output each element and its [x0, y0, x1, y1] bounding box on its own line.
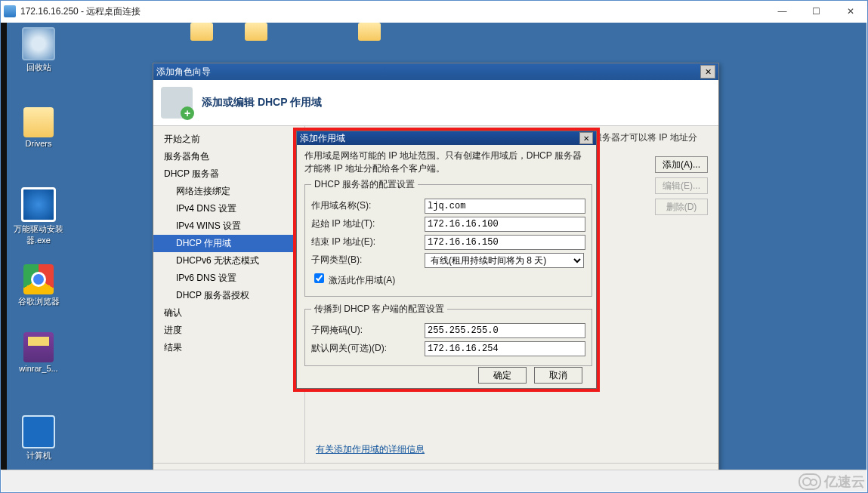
nav-dhcp-scope[interactable]: DHCP 作用域 [153, 235, 304, 252]
winrar-icon [23, 332, 54, 362]
activate-scope-checkbox[interactable] [314, 273, 324, 283]
desktop-icon-winrar[interactable]: winrar_5... [12, 332, 65, 373]
add-scope-button[interactable]: 添加(A)... [655, 156, 708, 173]
rdp-icon [4, 5, 16, 17]
nav-confirm[interactable]: 确认 [153, 304, 304, 322]
ok-button[interactable]: 确定 [478, 367, 527, 384]
icon-label: Drivers [12, 139, 65, 148]
icon-label: 谷歌浏览器 [12, 296, 65, 307]
subnet-mask-label: 子网掩码(U): [311, 324, 425, 337]
dialog-title-text: 添加作用域 [300, 132, 345, 145]
start-ip-label: 起始 IP 地址(T): [311, 217, 425, 230]
nav-ipv4-dns[interactable]: IPv4 DNS 设置 [153, 200, 304, 217]
icon-label: winrar_5... [12, 364, 65, 373]
folder-icon [23, 107, 54, 137]
scope-name-label: 作用域名称(S): [311, 199, 425, 212]
edit-scope-button: 编辑(E)... [655, 177, 708, 194]
close-button[interactable]: ✕ [833, 1, 867, 22]
wizard-header: 添加或编辑 DHCP 作用域 [153, 80, 718, 126]
computer-icon [22, 415, 55, 448]
desktop-icon-computer[interactable]: 计算机 [12, 415, 65, 461]
nav-before-you-begin[interactable]: 开始之前 [153, 131, 304, 148]
nav-dhcp-auth[interactable]: DHCP 服务器授权 [153, 287, 304, 304]
wizard-heading: 添加或编辑 DHCP 作用域 [202, 96, 322, 109]
icon-label: 万能驱动安装器.exe [12, 223, 65, 246]
subnet-type-label: 子网类型(B): [311, 254, 425, 267]
dialog-body: 作用域是网络可能的 IP 地址范围。只有创建作用域后，DHCP 服务器才能将 I… [297, 145, 596, 375]
nav-ipv6-dns[interactable]: IPv6 DNS 设置 [153, 270, 304, 287]
subnet-mask-input[interactable] [425, 323, 585, 338]
delete-scope-button: 删除(D) [655, 199, 708, 215]
client-config-legend: 传播到 DHCP 客户端的配置设置 [311, 303, 447, 316]
scope-side-buttons: 添加(A)... 编辑(E)... 删除(D) [655, 156, 708, 220]
server-config-legend: DHCP 服务器的配置设置 [311, 178, 418, 191]
wizard-close-button[interactable]: ✕ [700, 65, 715, 79]
client-config-group: 传播到 DHCP 客户端的配置设置 子网掩码(U): 默认网关(可选)(D): [304, 303, 592, 366]
activate-scope-text: 激活此作用域(A) [329, 275, 395, 285]
rdp-window: 172.16.16.250 - 远程桌面连接 — ☐ ✕ 回收站 Drivers… [0, 0, 868, 493]
wizard-footer: < 上一步(P) 下一步(N) > 安装(I) 取消 [153, 463, 718, 470]
icon-label: 计算机 [12, 450, 65, 461]
rdp-titlebar[interactable]: 172.16.16.250 - 远程桌面连接 — ☐ ✕ [1, 1, 867, 22]
desktop-icon-chrome[interactable]: 谷歌浏览器 [12, 264, 65, 307]
activate-scope-checkbox-label[interactable]: 激活此作用域(A) [311, 275, 395, 285]
nav-ipv4-wins[interactable]: IPv4 WINS 设置 [153, 217, 304, 235]
desktop-icon-driver-installer[interactable]: 万能驱动安装器.exe [12, 187, 65, 246]
scope-name-input[interactable] [425, 199, 585, 214]
nav-server-roles[interactable]: 服务器角色 [153, 148, 304, 165]
end-ip-label: 结束 IP 地址(E): [311, 236, 425, 248]
tray-folder-2[interactable] [245, 23, 272, 44]
folder-icon [190, 23, 213, 41]
wizard-title-text: 添加角色向导 [156, 66, 211, 79]
nav-result[interactable]: 结果 [153, 339, 304, 356]
recycle-bin-icon [22, 27, 55, 60]
wizard-header-icon [161, 87, 193, 119]
wizard-titlebar[interactable]: 添加角色向导 ✕ [153, 63, 718, 80]
dialog-cancel-button[interactable]: 取消 [534, 367, 582, 384]
desktop-icon-recycle-bin[interactable]: 回收站 [12, 27, 65, 73]
end-ip-input[interactable] [425, 235, 585, 250]
icon-label: 回收站 [12, 62, 65, 73]
chrome-icon [23, 264, 54, 294]
installer-icon [21, 187, 56, 222]
tray-folder-3[interactable] [358, 23, 385, 44]
dialog-titlebar[interactable]: 添加作用域 ✕ [297, 131, 596, 145]
start-ip-input[interactable] [425, 217, 585, 232]
nav-network-binding[interactable]: 网络连接绑定 [153, 183, 304, 200]
tray-folder-1[interactable] [190, 23, 218, 44]
minimize-button[interactable]: — [765, 1, 799, 22]
dialog-footer: 确定 取消 [297, 367, 596, 384]
nav-dhcp-server[interactable]: DHCP 服务器 [153, 165, 304, 183]
nav-dhcpv6[interactable]: DHCPv6 无状态模式 [153, 252, 304, 270]
dialog-intro: 作用域是网络可能的 IP 地址范围。只有创建作用域后，DHCP 服务器才能将 I… [304, 149, 588, 175]
subnet-type-select[interactable]: 有线(租用持续时间将为 8 天) [425, 253, 584, 268]
nav-progress[interactable]: 进度 [153, 322, 304, 339]
highlight-box: 添加作用域 ✕ 作用域是网络可能的 IP 地址范围。只有创建作用域后，DHCP … [293, 128, 600, 392]
window-controls: — ☐ ✕ [765, 1, 867, 22]
gateway-label: 默认网关(可选)(D): [311, 342, 425, 355]
desktop-icon-drivers[interactable]: Drivers [12, 107, 65, 148]
folder-icon [245, 23, 267, 41]
left-window-sliver [1, 23, 7, 470]
dialog-close-button[interactable]: ✕ [579, 132, 593, 144]
maximize-button[interactable]: ☐ [799, 1, 833, 22]
wizard-nav: 开始之前 服务器角色 DHCP 服务器 网络连接绑定 IPv4 DNS 设置 I… [153, 126, 304, 464]
rdp-statusbar [2, 470, 866, 491]
folder-icon [358, 23, 381, 41]
rdp-title-text: 172.16.16.250 - 远程桌面连接 [20, 5, 141, 18]
add-scope-dialog: 添加作用域 ✕ 作用域是网络可能的 IP 地址范围。只有创建作用域后，DHCP … [296, 131, 597, 389]
more-info-link[interactable]: 有关添加作用域的详细信息 [316, 444, 425, 454]
server-config-group: DHCP 服务器的配置设置 作用域名称(S): 起始 IP 地址(T): 结束 … [304, 178, 592, 297]
gateway-input[interactable] [425, 341, 585, 356]
